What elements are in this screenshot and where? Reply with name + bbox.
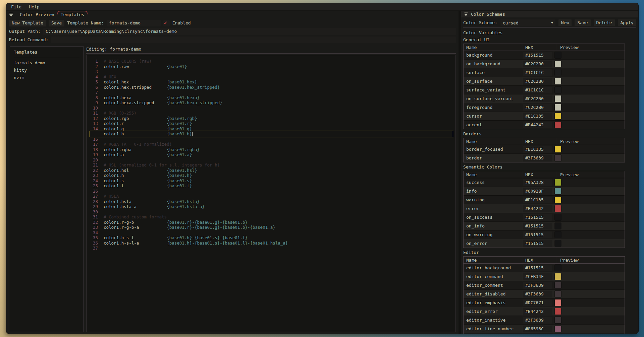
editor-line[interactable]: 2 color1.raw {base01} xyxy=(87,64,455,69)
editor-line[interactable]: 8 color1.hexa {base01.hexa} xyxy=(87,95,455,100)
editor-line[interactable]: 23 color1.h {base01.h} xyxy=(87,173,455,178)
editor-line[interactable]: 7 xyxy=(87,90,455,95)
save-template-button[interactable]: Save xyxy=(49,20,64,26)
hex-input[interactable]: #C2C2B0 xyxy=(523,104,552,111)
template-list-item-nvim[interactable]: nvim xyxy=(14,74,79,81)
scheme-delete-button[interactable]: Delete xyxy=(594,19,615,26)
hex-input[interactable]: #151515 xyxy=(523,240,552,247)
template-name-input[interactable]: formats-demo xyxy=(107,20,161,26)
reload-command-input[interactable] xyxy=(51,37,456,43)
editor-line[interactable]: 27 # HSLA xyxy=(87,194,455,199)
color-swatch[interactable] xyxy=(555,265,561,271)
menu-item-help[interactable]: Help xyxy=(29,4,39,9)
editor-line[interactable]: 31 # Combined custom formats xyxy=(87,214,455,220)
color-swatch[interactable] xyxy=(555,282,561,288)
color-swatch[interactable] xyxy=(555,291,561,297)
editor-line[interactable]: 6 color1.hex.stripped {base01.hex_stripp… xyxy=(87,85,455,90)
color-section-title-general-ui[interactable]: General UI xyxy=(463,37,636,43)
hex-input[interactable]: #E1C135 xyxy=(523,113,552,120)
editor-line[interactable]: 12 color1.rgb {base01.rgb} xyxy=(87,116,455,121)
hex-input[interactable]: #E1C135 xyxy=(523,146,552,153)
scheme-save-button[interactable]: Save xyxy=(575,19,590,26)
editor-line[interactable]: 16 xyxy=(87,137,455,142)
hex-input[interactable]: #B44242 xyxy=(523,205,552,212)
tab-templates[interactable]: Templates xyxy=(57,11,88,18)
color-schemes-header[interactable]: Color Schemes xyxy=(461,11,638,17)
hex-input[interactable]: #C2C2B0 xyxy=(523,78,552,85)
template-list-item-kitty[interactable]: kitty xyxy=(14,67,79,74)
hex-input[interactable]: #151515 xyxy=(523,52,552,59)
hex-input[interactable]: #B44242 xyxy=(523,308,552,315)
editor-line[interactable]: 25 color1.l {base01.l} xyxy=(87,183,455,189)
color-section-title-borders[interactable]: Borders xyxy=(463,131,636,137)
color-swatch[interactable] xyxy=(555,179,561,186)
color-swatch[interactable] xyxy=(555,240,561,247)
hex-input[interactable]: #1C1C1C xyxy=(523,69,552,76)
hex-input[interactable]: #CEB34F xyxy=(523,273,552,280)
color-swatch[interactable] xyxy=(555,87,561,93)
editor-line[interactable]: 36 color1.h-s-l-a {base01.h}-{base01.s}-… xyxy=(87,241,455,246)
editor-line[interactable]: 11 # RGB (0-255) xyxy=(87,111,455,116)
color-swatch[interactable] xyxy=(555,308,561,315)
hex-input[interactable]: #95A328 xyxy=(523,179,552,186)
editor-line[interactable]: 4 # HEX xyxy=(87,74,455,80)
editor-line[interactable]: 5 color1.hex {base01.hex} xyxy=(87,79,455,85)
color-swatch[interactable] xyxy=(555,155,561,161)
enabled-checkbox[interactable]: ✔ xyxy=(163,20,170,26)
editor-line[interactable]: 17 # RGBA (A = 0-1 normalized) xyxy=(87,142,455,147)
editor-line[interactable]: 20 xyxy=(87,157,455,163)
editor-line[interactable]: 18 color1.rgba {base01.rgba} xyxy=(87,147,455,152)
color-scheme-combo[interactable]: cursed ▼ xyxy=(500,19,555,26)
hex-input[interactable]: #C2C2B0 xyxy=(523,61,552,67)
color-swatch[interactable] xyxy=(555,188,561,194)
hex-input[interactable]: #86596C xyxy=(523,326,552,332)
editor-line[interactable]: 37 xyxy=(87,246,455,251)
color-swatch[interactable] xyxy=(555,273,561,280)
editor-line[interactable]: 19 color1.a {base01.a} xyxy=(87,152,455,157)
hex-input[interactable]: #151515 xyxy=(523,223,552,229)
color-swatch[interactable] xyxy=(555,223,561,229)
editor-line[interactable]: 33 color1.r-g-b-a {base01.r}-{base01.g}-… xyxy=(87,225,455,230)
editor-line[interactable]: 35 color1.h-s-l {base01.h}-{base01.s}-{b… xyxy=(87,235,455,241)
color-swatch[interactable] xyxy=(555,69,561,76)
hex-input[interactable]: #B44242 xyxy=(523,122,552,128)
hex-input[interactable]: #151515 xyxy=(523,265,552,271)
color-swatch[interactable] xyxy=(555,95,561,102)
color-swatch[interactable] xyxy=(555,326,561,332)
new-template-button[interactable]: New Template xyxy=(9,20,46,26)
editor-line[interactable]: 30 xyxy=(87,209,455,215)
color-section-title-editor[interactable]: Editor xyxy=(463,249,636,256)
color-swatch[interactable] xyxy=(555,61,561,67)
color-swatch[interactable] xyxy=(555,113,561,119)
template-list-item-formats-demo[interactable]: formats-demo xyxy=(14,59,79,67)
editor-line[interactable]: 3 xyxy=(87,69,455,74)
hex-input[interactable]: #1C1C1C xyxy=(523,87,552,93)
editor-line[interactable]: 24 color1.s {base01.s} xyxy=(87,178,455,184)
window-menu-icon[interactable] xyxy=(9,12,13,17)
tab-color-preview[interactable]: Color Preview xyxy=(16,11,57,18)
hex-input[interactable]: #C2C2B0 xyxy=(523,95,552,102)
color-swatch[interactable] xyxy=(555,52,561,58)
editor-line[interactable]: 28 color1.hsla {base01.hsla} xyxy=(87,199,455,204)
editor-line[interactable]: 10 xyxy=(87,106,455,111)
editor-line[interactable]: 32 color1.r-g-b {base01.r}-{base01.g}-{b… xyxy=(87,220,455,225)
color-swatch[interactable] xyxy=(555,231,561,238)
hex-input[interactable]: #3F3639 xyxy=(523,282,552,289)
scheme-apply-button[interactable]: Apply xyxy=(618,19,636,26)
hex-input[interactable]: #60928F xyxy=(523,188,552,195)
hex-input[interactable]: #E1C135 xyxy=(523,197,552,203)
color-swatch[interactable] xyxy=(555,197,561,203)
hex-input[interactable]: #3F3639 xyxy=(523,291,552,297)
hex-input[interactable]: #151515 xyxy=(523,231,552,238)
window-menu-icon[interactable] xyxy=(465,12,468,16)
editor-line[interactable]: 22 color1.hsl {base01.hsl} xyxy=(87,168,455,173)
template-editor[interactable]: 1 # BASE COLORS (raw) 2 color1.raw {base… xyxy=(86,55,456,332)
color-swatch[interactable] xyxy=(555,214,561,220)
scheme-new-button[interactable]: New xyxy=(558,19,572,26)
hex-input[interactable]: #3F3639 xyxy=(523,317,552,324)
editor-line[interactable]: 9 color1.hexa.stripped {base01.hexa_stri… xyxy=(87,100,455,106)
window-splitter[interactable] xyxy=(459,11,461,334)
color-section-title-semantic-colors[interactable]: Semantic Colors xyxy=(463,164,636,171)
color-swatch[interactable] xyxy=(555,78,561,84)
editor-line[interactable]: 26 xyxy=(87,189,455,194)
